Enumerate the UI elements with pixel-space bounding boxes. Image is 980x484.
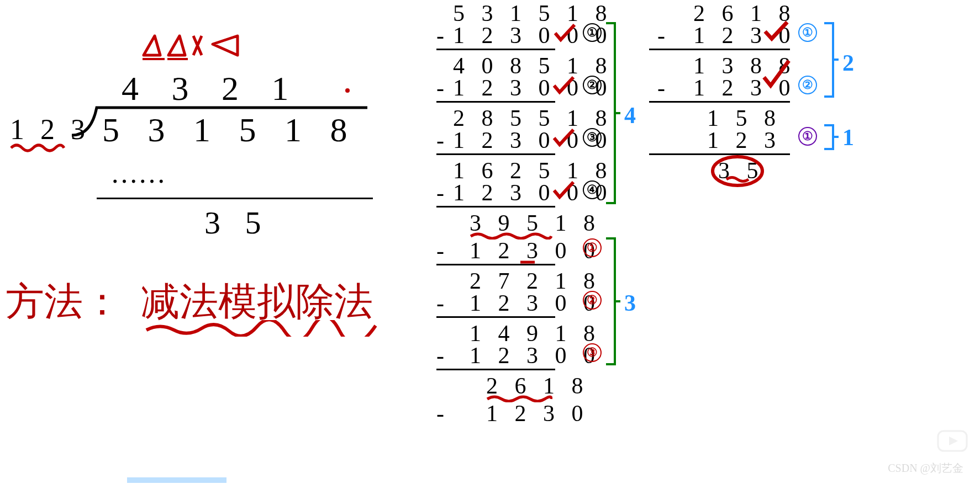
watermark: CSDN @刘艺金 bbox=[888, 461, 963, 476]
minus-icon: - bbox=[436, 290, 444, 316]
divider-line bbox=[97, 198, 373, 199]
wavy-underline-icon bbox=[10, 142, 65, 153]
bracket-value: 2 bbox=[842, 50, 854, 76]
rule bbox=[436, 369, 555, 370]
video-player-icon bbox=[936, 429, 969, 454]
check-icon bbox=[551, 127, 576, 149]
scribble-icon bbox=[138, 30, 260, 69]
rule bbox=[436, 153, 555, 155]
rule bbox=[649, 101, 790, 103]
bracket-icon bbox=[823, 124, 840, 152]
circled-number: ④ bbox=[583, 180, 602, 199]
minus-icon: - bbox=[436, 400, 444, 427]
rule bbox=[649, 49, 790, 50]
bracket-value: 3 bbox=[624, 290, 636, 316]
num-a16: 1 2 3 0 bbox=[486, 400, 589, 427]
rule bbox=[436, 49, 555, 50]
circled-number: ③ bbox=[583, 128, 602, 147]
bracket-icon bbox=[605, 237, 621, 367]
circled-number: ① bbox=[798, 23, 817, 42]
check-icon bbox=[551, 179, 576, 201]
divisor: 1 2 3 bbox=[10, 113, 89, 146]
num-a12: 1 2 3 0 0 bbox=[470, 290, 600, 316]
circled-number: ② bbox=[798, 76, 817, 94]
check-icon bbox=[552, 22, 577, 44]
dividend: 5 3 1 5 1 8 bbox=[102, 110, 357, 150]
remainder: 3 5 bbox=[204, 204, 270, 241]
minus-icon: - bbox=[657, 22, 665, 49]
num-a14: 1 2 3 0 0 bbox=[470, 342, 600, 369]
minus-icon: - bbox=[436, 342, 444, 369]
circled-number: ② bbox=[583, 76, 602, 94]
rule bbox=[436, 206, 555, 208]
minus-icon: - bbox=[436, 127, 444, 153]
rule bbox=[436, 101, 555, 103]
check-icon bbox=[761, 58, 792, 91]
circled-number: ① bbox=[583, 23, 602, 42]
minus-icon: - bbox=[657, 75, 665, 101]
rule bbox=[436, 264, 555, 265]
method-label: 方法： bbox=[6, 276, 122, 328]
check-icon bbox=[762, 19, 790, 44]
minus-icon: - bbox=[436, 179, 444, 206]
circled-number: ② bbox=[583, 291, 602, 310]
bracket-value: 4 bbox=[624, 102, 636, 129]
svg-point-0 bbox=[713, 157, 762, 185]
bracket-icon bbox=[823, 22, 840, 99]
circle-highlight-icon bbox=[707, 155, 768, 188]
check-icon bbox=[551, 75, 576, 97]
circled-number: ③ bbox=[583, 343, 602, 362]
bracket-value: 1 bbox=[842, 124, 854, 151]
rule bbox=[436, 316, 555, 318]
minus-icon: - bbox=[436, 75, 444, 101]
minus-icon: - bbox=[436, 22, 444, 49]
minus-icon: - bbox=[436, 237, 444, 264]
dot-icon bbox=[345, 88, 350, 93]
bottom-bar-icon bbox=[127, 477, 226, 483]
bracket-icon bbox=[605, 22, 621, 204]
wavy-underline-icon bbox=[144, 320, 381, 337]
ellipsis: …… bbox=[110, 157, 166, 189]
circled-number: ① bbox=[583, 238, 602, 257]
circled-number: ① bbox=[798, 127, 817, 146]
num-b6: 1 2 3 bbox=[707, 127, 781, 153]
